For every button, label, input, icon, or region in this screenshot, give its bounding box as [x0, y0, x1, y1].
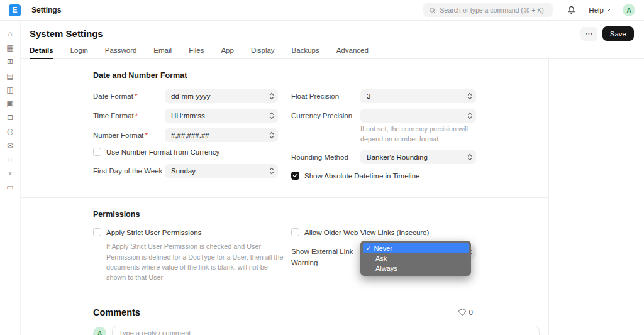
tab-display[interactable]: Display — [251, 44, 275, 59]
save-button[interactable]: Save — [602, 26, 634, 41]
dropdown-option-ask[interactable]: Ask — [363, 253, 469, 263]
required-mark: * — [145, 131, 148, 139]
products-icon[interactable]: ⊞ — [7, 58, 13, 66]
help-label: Help — [589, 6, 604, 14]
rounding-method-value: Banker's Rounding — [367, 153, 428, 161]
checkbox-unchecked — [93, 148, 101, 156]
email-icon[interactable]: ✉ — [7, 142, 13, 150]
select-stepper-icon — [269, 131, 274, 140]
checkbox-unchecked — [93, 228, 101, 236]
tab-login[interactable]: Login — [70, 44, 88, 59]
use-number-format-from-currency-checkbox[interactable]: Use Number Format from Currency — [93, 148, 291, 156]
currency-precision-select[interactable] — [360, 109, 476, 123]
app-title: Settings — [31, 6, 61, 14]
tab-email[interactable]: Email — [153, 44, 172, 59]
time-format-select[interactable]: HH:mm:ss — [165, 109, 278, 123]
number-format-select[interactable]: #,##,###.## — [165, 128, 278, 142]
time-format-label: Time Format* — [93, 112, 165, 119]
tab-backups[interactable]: Backups — [292, 44, 319, 59]
tab-details[interactable]: Details — [30, 44, 53, 59]
support-icon[interactable]: ◌ — [8, 156, 12, 164]
apply-strict-user-permissions-checkbox[interactable]: Apply Strict User Permissions — [93, 228, 291, 236]
tab-password[interactable]: Password — [105, 44, 137, 59]
tab-advanced[interactable]: Advanced — [336, 44, 369, 59]
form-tabs: Details Login Password Email Files App D… — [21, 44, 644, 59]
users-icon[interactable]: ▭ — [6, 184, 13, 192]
like-count: 0 — [469, 309, 473, 316]
comments-heading: Comments — [93, 307, 140, 317]
allow-older-web-view-links-checkbox[interactable]: Allow Older Web View Links (Insecure) — [291, 228, 540, 236]
search-icon — [429, 7, 436, 14]
notifications-bell-button[interactable] — [567, 6, 575, 14]
buying-icon[interactable]: ◫ — [6, 86, 13, 94]
bell-icon — [567, 6, 575, 14]
page-header: System Settings ⋯ Save — [21, 21, 644, 44]
select-stepper-icon — [269, 112, 274, 120]
page-title: System Settings — [30, 28, 103, 39]
stock-icon[interactable]: ⊟ — [7, 114, 13, 122]
required-mark: * — [135, 92, 137, 100]
external-link-warning-dropdown-menu: ✓ Never Ask Always — [360, 241, 471, 276]
top-bar: E Settings Search or type a command (⌘ +… — [0, 0, 644, 21]
checkbox-label: Apply Strict User Permissions — [106, 229, 201, 236]
checkbox-checked — [291, 172, 299, 180]
currency-precision-help: If not set, the currency precision will … — [360, 124, 484, 144]
home-icon[interactable]: ⌂ — [8, 30, 12, 38]
search-placeholder: Search or type a command (⌘ + K) — [440, 6, 543, 14]
heart-icon — [458, 309, 466, 316]
show-absolute-datetime-checkbox[interactable]: Show Absolute Datetime in Timeline — [291, 172, 540, 180]
chevron-down-icon — [606, 8, 611, 13]
form-body: Date and Number Format Date Format* dd-m… — [21, 59, 549, 335]
section-permissions: Permissions Apply Strict User Permission… — [21, 197, 548, 295]
check-icon — [292, 173, 298, 178]
help-menu[interactable]: Help — [589, 6, 611, 14]
float-precision-label: Float Precision — [291, 92, 360, 100]
time-format-value: HH:mm:ss — [171, 112, 205, 119]
select-stepper-icon — [467, 153, 472, 162]
required-mark: * — [135, 112, 138, 119]
rounding-method-select[interactable]: Banker's Rounding — [360, 150, 476, 164]
section-date-number-format: Date and Number Format Date Format* dd-m… — [21, 59, 548, 197]
first-day-of-week-label: First Day of the Week — [93, 167, 165, 175]
dropdown-option-always[interactable]: Always — [363, 263, 469, 273]
module-icon-sidebar: ⌂ ▦ ⊞ ▤ ◫ ▣ ⊟ ◎ ✉ ◌ ⚬ ▭ — [0, 21, 21, 335]
check-icon: ✓ — [366, 245, 371, 251]
checkbox-label: Allow Older Web View Links (Insecure) — [304, 229, 429, 236]
like-counter[interactable]: 0 — [458, 309, 473, 316]
workspaces-icon[interactable]: ▦ — [6, 44, 13, 52]
section-heading: Permissions — [93, 210, 540, 219]
accounting-icon[interactable]: ▤ — [6, 72, 13, 80]
checkbox-label: Show Absolute Datetime in Timeline — [304, 172, 419, 180]
integrations-icon[interactable]: ⚬ — [7, 170, 13, 178]
user-avatar[interactable]: A — [623, 4, 635, 16]
checkbox-unchecked — [291, 228, 299, 236]
select-stepper-icon — [467, 112, 472, 120]
float-precision-select[interactable]: 3 — [360, 89, 476, 103]
show-external-link-warning-label: Show External Link Warning — [291, 245, 360, 269]
selling-icon[interactable]: ▣ — [6, 100, 13, 108]
section-heading: Date and Number Format — [93, 71, 540, 80]
date-format-label: Date Format* — [93, 92, 165, 100]
comment-avatar: A — [93, 327, 106, 335]
more-options-button[interactable]: ⋯ — [580, 27, 597, 41]
app-logo[interactable]: E — [9, 4, 21, 16]
select-stepper-icon — [269, 167, 274, 175]
rounding-method-label: Rounding Method — [291, 153, 360, 161]
float-precision-value: 3 — [367, 92, 370, 100]
global-search-input[interactable]: Search or type a command (⌘ + K) — [423, 3, 553, 17]
date-format-select[interactable]: dd-mm-yyyy — [165, 89, 278, 103]
currency-precision-label: Currency Precision — [291, 112, 360, 119]
date-format-value: dd-mm-yyyy — [171, 92, 211, 100]
number-format-value: #,##,###.## — [171, 131, 209, 139]
checkbox-label: Use Number Format from Currency — [106, 148, 219, 156]
select-stepper-icon — [269, 92, 274, 101]
assets-icon[interactable]: ◎ — [7, 128, 13, 136]
number-format-label: Number Format* — [93, 131, 165, 139]
tab-app[interactable]: App — [221, 44, 233, 59]
tab-files[interactable]: Files — [189, 44, 204, 59]
comment-input[interactable] — [112, 326, 540, 335]
first-day-of-week-select[interactable]: Sunday — [165, 164, 278, 178]
dropdown-option-never[interactable]: ✓ Never — [363, 243, 469, 253]
first-day-of-week-value: Sunday — [171, 167, 196, 175]
apply-strict-help: If Apply Strict User Permission is check… — [106, 241, 285, 282]
